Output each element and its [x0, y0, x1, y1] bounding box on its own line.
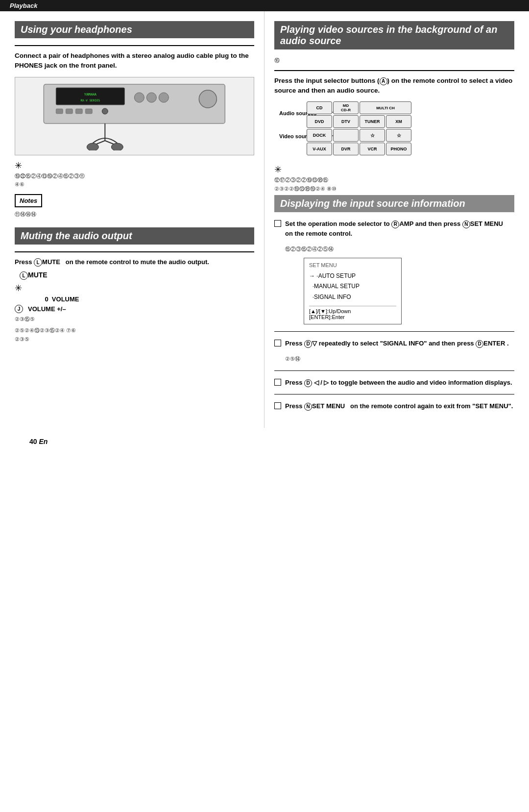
- nav-enter: [ENTER]:Enter: [309, 314, 396, 320]
- set-menu-box: SET MENU → ·AUTO SETUP ·MANUAL SETUP ·SI…: [304, 258, 402, 324]
- tip-numbers-2: ④⑥: [15, 180, 254, 189]
- sources-diagram: Audio sources Video sources CD MDCD-R MU…: [279, 101, 411, 160]
- video-sources-section: Playing video sources in the background …: [274, 21, 514, 193]
- tip-numbers-video: ⑫⑰②③②②⑲⑬⑱⑮: [274, 176, 514, 185]
- nav-updown: [▲]/[▼]:Up/Down: [309, 308, 396, 314]
- step1-text: Set the operation mode selector to RAMP …: [285, 219, 514, 238]
- mute-press-text: Press LMUTE on the remote control to mut…: [15, 257, 254, 267]
- set-menu-items: → ·AUTO SETUP ·MANUAL SETUP ·SIGNAL INFO: [309, 271, 396, 303]
- section-divider: [15, 45, 254, 46]
- page-footer: 40 En: [0, 428, 529, 455]
- headphones-section: Using your headphones Connect a pair of …: [15, 21, 254, 219]
- menu-item-1: → ·AUTO SETUP: [309, 271, 396, 282]
- right-column: Playing video sources in the background …: [264, 11, 529, 428]
- svg-point-6: [159, 93, 168, 102]
- page-suffix: En: [39, 438, 48, 445]
- step2-checkbox: [274, 340, 281, 346]
- svg-point-12: [102, 108, 108, 114]
- volume-zero-label: 0 VOLUME: [15, 295, 79, 303]
- svg-point-16: [111, 143, 123, 150]
- xm-btn: XM: [386, 115, 411, 128]
- video-press-text: Press the input selector buttons (A) on …: [274, 76, 514, 96]
- tip-icon-video: ✳: [274, 164, 514, 175]
- left-column: Using your headphones Connect a pair of …: [0, 11, 264, 428]
- step1-divider: [274, 331, 514, 332]
- video-sources-title: Playing video sources in the background …: [274, 21, 514, 49]
- headphones-title: Using your headphones: [15, 21, 254, 38]
- video-divider: [274, 70, 514, 71]
- bottom-numbers-1: ②⑤②④⑬②③⑮②④ ⑦⑥: [15, 326, 254, 335]
- star-btn: ☆: [360, 129, 385, 142]
- main-content: Using your headphones Connect a pair of …: [0, 11, 529, 428]
- number-16: ⑯: [274, 56, 514, 65]
- set-menu-title: SET MENU: [309, 262, 396, 268]
- volume-numbers: ②③⑮⑤: [15, 315, 254, 324]
- step4-item: Press NSET MENU on the remote control ag…: [274, 401, 514, 411]
- step3-checkbox: [274, 379, 281, 386]
- volume-row: 0 VOLUME: [15, 295, 254, 303]
- tuner-btn: TUNER: [360, 115, 385, 128]
- tip-icon-mute: ✳: [15, 283, 254, 294]
- page-num-value: 40: [29, 438, 37, 445]
- page-container: Playback Using your headphones Connect a…: [0, 0, 529, 812]
- display-title: Displaying the input source information: [274, 195, 514, 212]
- phono-btn: PHONO: [386, 143, 411, 155]
- step1-checkbox: [274, 220, 281, 227]
- header-bar: Playback: [0, 0, 529, 11]
- device-image: YAMAHA RX-V SERIES: [15, 77, 254, 155]
- svg-rect-8: [56, 109, 63, 114]
- step2-item: Press D▽ repeatedly to select "SIGNAL IN…: [274, 339, 514, 348]
- svg-point-4: [134, 93, 144, 102]
- step2-divider: [274, 370, 514, 371]
- svg-text:YAMAHA: YAMAHA: [84, 93, 97, 97]
- headphones-intro: Connect a pair of headphones with a ster…: [15, 51, 254, 71]
- mulch-btn: MULTI CH: [360, 101, 411, 114]
- display-section: Displaying the input source information …: [274, 195, 514, 411]
- svg-rect-10: [75, 109, 82, 114]
- dvr-btn: DVR: [333, 143, 359, 155]
- step4-checkbox: [274, 402, 281, 409]
- muting-title: Muting the audio output: [15, 227, 254, 245]
- svg-text:RX-V SERIES: RX-V SERIES: [81, 98, 100, 102]
- menu-item-3: ·SIGNAL INFO: [309, 292, 396, 303]
- dock-btn: DOCK: [307, 129, 332, 142]
- step2-numbers: ②⑤⑭: [285, 355, 514, 364]
- volume-ctrl-label: VOLUME +/–: [28, 305, 66, 313]
- svg-point-7: [199, 90, 216, 108]
- button-grid: CD MDCD-R MULTI CH DVD DTV TUNER XM DOCK…: [307, 101, 411, 155]
- set-menu-nav: [▲]/[▼]:Up/Down [ENTER]:Enter: [309, 306, 396, 320]
- svg-rect-9: [66, 109, 72, 114]
- menu-item-2: ·MANUAL SETUP: [309, 281, 396, 292]
- muting-section: Muting the audio output Press LMUTE on t…: [15, 227, 254, 344]
- tip-numbers-1: ⑲㉒⑮②④⑬⑲②④⑮②③⑪: [15, 172, 254, 181]
- step3-text: Press D ◁ / ▷ to toggle between the audi…: [285, 378, 512, 388]
- cdr-btn: MDCD-R: [333, 101, 359, 114]
- notes-box: Notes: [15, 194, 42, 207]
- vcr-btn: VCR: [360, 143, 385, 155]
- star2-btn: ☆: [386, 129, 411, 142]
- bottom-numbers-video: ②③②②⑲⑬⑱⑲②④ ⑧⑩: [274, 185, 514, 194]
- step1-item: Set the operation mode selector to RAMP …: [274, 219, 514, 238]
- step2-text: Press D▽ repeatedly to select "SIGNAL IN…: [285, 339, 509, 348]
- vaux-btn: V-AUX: [307, 143, 332, 155]
- step1-numbers: ⑮②③⑮②④②⑤⑭: [285, 245, 514, 254]
- muting-divider: [15, 251, 254, 252]
- tip-icon-1: ✳: [15, 160, 254, 171]
- step4-text: Press NSET MENU on the remote control ag…: [285, 401, 513, 411]
- bottom-numbers-2: ②③⑤: [15, 335, 254, 344]
- svg-rect-11: [85, 109, 92, 114]
- blank-btn: [333, 129, 359, 142]
- cd-btn: CD: [307, 101, 332, 114]
- notes-numbers: ⑪⑭⑭⑭: [15, 210, 254, 219]
- header-label: Playback: [10, 2, 37, 9]
- mute-label: LMUTE: [20, 271, 254, 280]
- volume-ctrl-row: J VOLUME +/–: [15, 305, 254, 313]
- dvd-btn: DVD: [307, 115, 332, 128]
- page-number: 40 En: [15, 433, 62, 450]
- dtv-btn: DTV: [333, 115, 359, 128]
- svg-point-17: [87, 143, 98, 150]
- svg-point-5: [146, 93, 156, 102]
- step3-divider: [274, 394, 514, 394]
- step3-item: Press D ◁ / ▷ to toggle between the audi…: [274, 378, 514, 388]
